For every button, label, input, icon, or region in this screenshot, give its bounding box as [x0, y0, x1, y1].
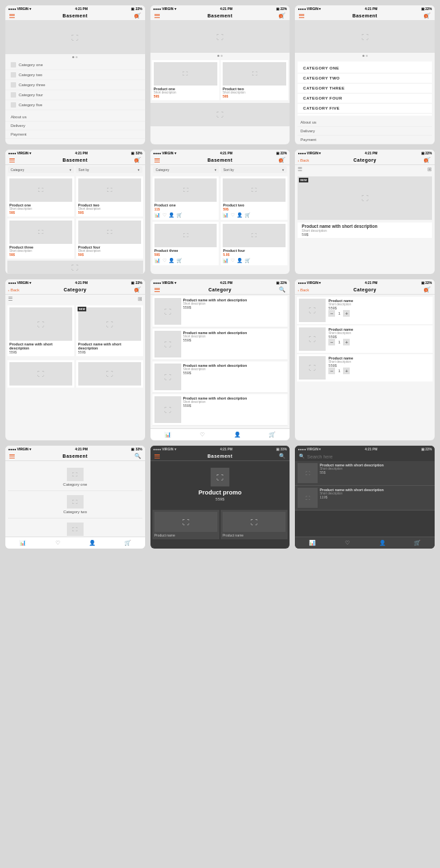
menu-item-3[interactable]: Category three [5, 80, 145, 90]
person-icon[interactable]: 👤 [237, 212, 243, 218]
product-item-2[interactable]: Product two Short description 59$ [221, 60, 288, 100]
tab-heart-12[interactable]: ♡ [330, 539, 365, 547]
chart-icon[interactable]: 📊 [223, 258, 229, 263]
payment-link[interactable]: Payment [5, 130, 145, 139]
heart-icon[interactable]: ♡ [231, 212, 235, 218]
cat-icon-row-2[interactable]: Category two [8, 491, 142, 519]
product-row-8-1[interactable]: Product name with short description Shor… [152, 296, 288, 327]
search-icon-header[interactable]: 🔍 [279, 287, 286, 293]
product-item-r2-3[interactable]: Product three Short description 59$ [7, 219, 74, 259]
cat-item-4[interactable]: CATEGORY FOUR [298, 94, 432, 104]
hamburger-icon[interactable] [154, 14, 160, 18]
tab-cart-10[interactable]: 🛒 [110, 539, 145, 547]
product-detail-card[interactable]: NEW [298, 176, 432, 220]
cart-icon-9[interactable]: 🛒 1 [424, 287, 431, 293]
heart-icon[interactable]: ♡ [162, 212, 167, 218]
chart-icon[interactable]: 📊 [154, 212, 160, 218]
back-button-7[interactable]: ‹ Back [8, 288, 19, 292]
hamburger-icon[interactable] [154, 158, 160, 162]
qty-minus[interactable]: − [328, 368, 335, 374]
person-icon[interactable]: 👤 [169, 258, 175, 263]
delivery-link-3[interactable]: Delivery [298, 127, 432, 136]
tab-cart[interactable]: 🛒 [255, 430, 290, 439]
list-view-icon[interactable]: ☰ [298, 166, 302, 172]
cart-add-icon[interactable]: 🛒 [245, 258, 251, 263]
delivery-link[interactable]: Delivery [5, 122, 145, 130]
product-item-5-4[interactable]: Product four 5.9$ 📊 ♡ 👤 🛒 [221, 222, 288, 265]
product-item-5-3[interactable]: Product three 59$ 📊 ♡ 👤 🛒 [152, 222, 219, 265]
product-card-7-4[interactable] [76, 360, 143, 388]
sort-filter-5[interactable]: Sort by ▾ [221, 166, 287, 173]
product-item-r2-1[interactable]: Product one Short description 59$ [7, 176, 74, 216]
hamburger-icon[interactable] [9, 14, 15, 18]
sort-filter[interactable]: Sort by ▾ [76, 166, 142, 173]
qty-minus[interactable]: − [328, 310, 335, 317]
tab-chart-12[interactable]: 📊 [295, 539, 330, 547]
cat-item-3[interactable]: CATEGORY THREE [298, 84, 432, 94]
tab-cart-12[interactable]: 🛒 [400, 539, 435, 547]
product-card-7-2[interactable]: NEW Product name with short description … [76, 305, 143, 356]
chart-icon[interactable]: 📊 [154, 258, 160, 263]
qty-plus[interactable]: + [343, 368, 350, 374]
grid-view-icon-7[interactable]: ⊞ [138, 296, 142, 302]
qty-plus[interactable]: + [343, 310, 350, 317]
cart-icon-6[interactable]: 🛒 1 [424, 157, 431, 163]
search-bar[interactable]: 🔍 [295, 452, 435, 461]
tab-heart-10[interactable]: ♡ [40, 539, 75, 547]
promo-product-2[interactable]: Product name [221, 510, 288, 539]
search-result-1[interactable]: Product name with short description Shor… [295, 461, 435, 486]
hamburger-icon[interactable] [9, 454, 15, 458]
menu-item-1[interactable]: Category one [5, 60, 145, 70]
cat-item-2[interactable]: CATEGORY TWO [298, 74, 432, 84]
back-button[interactable]: ‹ Back [298, 158, 309, 162]
cart-icon-5[interactable]: 🛒 1 [279, 157, 286, 163]
list-view-icon-7[interactable]: ☰ [8, 296, 13, 302]
cat-icon-row-1[interactable]: Category one [8, 464, 142, 491]
hamburger-icon[interactable] [154, 288, 160, 292]
tab-chart[interactable]: 📊 [150, 430, 185, 439]
hamburger-icon[interactable] [9, 158, 15, 162]
cat-item-1[interactable]: CATEGORY ONE [298, 63, 432, 74]
qty-plus[interactable]: + [343, 339, 350, 345]
heart-icon[interactable]: ♡ [231, 258, 235, 263]
search-icon-10[interactable]: 🔍 [134, 453, 141, 459]
hamburger-icon[interactable] [154, 454, 160, 458]
cart-icon-4[interactable]: 🛒 1 [134, 157, 141, 163]
search-input[interactable] [307, 454, 431, 459]
product-item-1[interactable]: Product one Short description 59$ [152, 60, 219, 100]
tab-chart-10[interactable]: 📊 [5, 539, 40, 547]
chart-icon[interactable]: 📊 [223, 212, 229, 218]
cart-icon[interactable]: 🛒 1 [134, 13, 141, 19]
cart-icon-3[interactable]: 🛒 1 [424, 13, 431, 19]
product-row-8-4[interactable]: Product name with short description Shor… [152, 394, 288, 426]
payment-link-3[interactable]: Payment [298, 136, 432, 144]
product-item-r2-2[interactable]: Product two Short description 59$ [76, 176, 143, 216]
cart-add-icon[interactable]: 🛒 [245, 212, 251, 218]
back-button-9[interactable]: ‹ Back [298, 288, 309, 292]
person-icon[interactable]: 👤 [169, 212, 175, 218]
tab-person[interactable]: 👤 [220, 430, 255, 439]
search-result-2[interactable]: Product name with short description Shor… [295, 486, 435, 511]
product-card-7-3[interactable] [7, 360, 74, 388]
menu-item-4[interactable]: Category four [5, 90, 145, 100]
product-row-8-3[interactable]: Product name with short description Shor… [152, 361, 288, 393]
cart-icon-7[interactable]: 🛒 1 [134, 287, 141, 293]
about-link-3[interactable]: About us [298, 118, 432, 127]
search-icon-11[interactable]: 🔍 [279, 453, 286, 459]
promo-product-1[interactable]: Product name [152, 510, 219, 539]
tab-person-10[interactable]: 👤 [75, 539, 110, 547]
product-row-8-2[interactable]: Product name with short description Shor… [152, 329, 288, 360]
grid-view-icon[interactable]: ⊞ [427, 166, 432, 172]
category-filter[interactable]: Category ▾ [8, 166, 74, 173]
person-icon[interactable]: 👤 [237, 258, 243, 263]
menu-item-5[interactable]: Category five [5, 100, 145, 110]
product-item-5-1[interactable]: Product one 11$ 📊 ♡ 👤 🛒 [152, 176, 219, 220]
cart-add-icon[interactable]: 🛒 [177, 258, 183, 263]
product-item-r2-4[interactable]: Product four Short description 59$ [76, 219, 143, 259]
cart-add-icon[interactable]: 🛒 [177, 212, 183, 218]
qty-minus[interactable]: − [328, 339, 335, 345]
product-card-7-1[interactable]: Product name with short description 559$ [7, 305, 74, 356]
cat-item-5[interactable]: CATEGORY FIVE [298, 104, 432, 114]
hamburger-icon[interactable] [299, 14, 304, 18]
menu-item-2[interactable]: Category two [5, 70, 145, 80]
